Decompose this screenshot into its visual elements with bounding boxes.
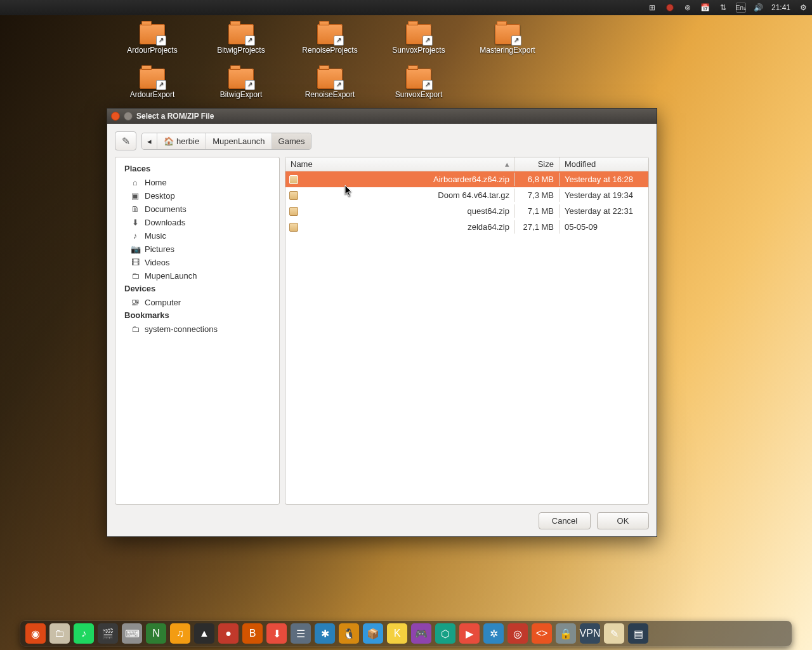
sidebar-item[interactable]: 🗀MupenLaunch (119, 269, 275, 282)
pencil-icon: ✎ (122, 135, 130, 147)
column-name[interactable]: Name ▴ (285, 157, 515, 171)
dock-app[interactable]: 🎬 (98, 623, 118, 644)
file-size: 7,3 MB (515, 189, 560, 202)
desktop-folder[interactable]: SunvoxExport (374, 69, 463, 113)
ok-button[interactable]: OK (597, 512, 649, 529)
archive-icon (289, 191, 298, 200)
sidebar-item[interactable]: ⌂Home (119, 176, 275, 189)
cancel-button[interactable]: Cancel (539, 512, 591, 529)
sidebar-item[interactable]: 🎞Videos (119, 256, 275, 269)
dock-app[interactable]: ♪ (74, 623, 94, 644)
sidebar-item[interactable]: 🗎Documents (119, 202, 275, 216)
dock-app[interactable]: <> (532, 623, 552, 644)
dock-app[interactable]: ✱ (315, 623, 335, 644)
minimize-icon[interactable] (124, 112, 133, 121)
desktop-folder[interactable]: BitwigExport (197, 69, 285, 113)
bookmarks-header: Bookmarks (119, 309, 275, 322)
breadcrumb-mupenlaunch[interactable]: MupenLaunch (206, 133, 272, 149)
titlebar[interactable]: Select a ROM/ZIP File (107, 109, 657, 124)
sort-asc-icon: ▴ (505, 159, 509, 169)
home-icon: 🏠 (164, 136, 174, 146)
dock-app[interactable]: ▤ (628, 623, 648, 644)
place-icon: 🗎 (131, 204, 140, 214)
close-icon[interactable] (111, 112, 120, 121)
sidebar-item[interactable]: 🖳Computer (119, 296, 275, 309)
file-row[interactable]: Airboarder64.z64.zip6,8 MBYesterday at 1… (285, 171, 648, 187)
dock-app[interactable]: ✲ (483, 623, 504, 644)
wifi-icon[interactable]: ⊚ (683, 3, 693, 13)
file-size: 27,1 MB (515, 220, 560, 234)
dock-app[interactable]: ☰ (291, 623, 311, 644)
dock-app[interactable]: K (387, 623, 407, 644)
column-modified[interactable]: Modified (560, 157, 648, 171)
dock-app[interactable]: 🗀 (49, 623, 70, 644)
dock-app[interactable]: ◎ (508, 623, 528, 644)
dock-app[interactable]: ● (218, 623, 239, 644)
dock-app[interactable]: N (146, 623, 166, 644)
desktop-folder-label: BitwigProjects (217, 46, 265, 55)
file-name: Airboarder64.z64.zip (433, 175, 509, 184)
sidebar-item[interactable]: ♪Music (119, 229, 275, 242)
sidebar-item-label: Pictures (145, 244, 174, 254)
gear-icon[interactable]: ⚙ (798, 3, 808, 13)
sidebar-item-label: Desktop (145, 191, 175, 201)
folder-icon (406, 24, 431, 44)
desktop-folder[interactable]: BitwigProjects (197, 24, 285, 69)
calendar-icon[interactable]: 📅 (700, 3, 710, 13)
dock-app[interactable]: ⬇ (266, 623, 287, 644)
clock[interactable]: 21:41 (771, 3, 790, 12)
file-size: 7,1 MB (515, 204, 560, 218)
desktop-folder[interactable]: RenoiseProjects (285, 24, 374, 69)
edit-path-button[interactable]: ✎ (115, 131, 136, 150)
folder-icon (317, 24, 343, 44)
sidebar-item[interactable]: ⬇Downloads (119, 216, 275, 229)
dock-app[interactable]: B (242, 623, 263, 644)
file-row[interactable]: quest64.zip7,1 MBYesterday at 22:31 (285, 203, 648, 219)
sidebar-item[interactable]: 🗀system-connections (119, 322, 275, 336)
desktop-icons: ArdourProjectsBitwigProjectsRenoiseProje… (108, 24, 552, 113)
desktop-folder[interactable]: ArdourExport (108, 69, 197, 113)
language-indicator[interactable]: En₁ (736, 3, 746, 13)
column-headers: Name ▴ Size Modified (285, 157, 648, 171)
breadcrumb-herbie[interactable]: 🏠 herbie (157, 133, 206, 149)
sidebar-item-label: Documents (145, 204, 187, 214)
dock-app[interactable]: 🔒 (556, 623, 576, 644)
file-row[interactable]: Doom 64.v64.tar.gz7,3 MBYesterday at 19:… (285, 187, 648, 203)
devices-header: Devices (119, 282, 275, 296)
desktop-folder[interactable]: ArdourProjects (108, 24, 197, 69)
archive-icon (289, 223, 298, 232)
network-icon[interactable]: ⇅ (718, 3, 728, 13)
desktop-folder-label: SunvoxProjects (392, 46, 445, 55)
dock-app[interactable]: 🎮 (411, 623, 431, 644)
file-modified: Yesterday at 22:31 (560, 204, 648, 218)
sidebar-item-label: Videos (145, 258, 170, 267)
desktop-folder[interactable]: SunvoxProjects (374, 24, 463, 69)
dock-app[interactable]: ▲ (194, 623, 214, 644)
breadcrumb-back[interactable]: ◂ (142, 133, 157, 149)
window-title: Select a ROM/ZIP File (136, 112, 214, 121)
desktop-folder[interactable]: RenoiseExport (285, 69, 374, 113)
file-list: Name ▴ Size Modified Airboarder64.z64.zi… (285, 157, 649, 505)
dock-app[interactable]: ◉ (25, 623, 46, 644)
file-name: zelda64.zip (468, 222, 509, 232)
windows-icon[interactable]: ⊞ (647, 3, 657, 13)
file-row[interactable]: zelda64.zip27,1 MB05-05-09 (285, 219, 648, 235)
sidebar-item[interactable]: ▣Desktop (119, 189, 275, 202)
column-size[interactable]: Size (515, 157, 560, 171)
dock-app[interactable]: 🐧 (339, 623, 359, 644)
breadcrumb-games[interactable]: Games (272, 133, 311, 149)
desktop-folder[interactable]: MasteringExport (463, 24, 552, 69)
place-icon: ♪ (131, 231, 140, 241)
record-icon[interactable] (665, 3, 675, 13)
volume-icon[interactable]: 🔊 (754, 3, 764, 13)
dock-app[interactable]: ♫ (170, 623, 190, 644)
top-panel: ⊞ ⊚ 📅 ⇅ En₁ 🔊 21:41 ⚙ (0, 0, 812, 15)
dock-app[interactable]: 📦 (363, 623, 383, 644)
dock-app[interactable]: ⬡ (435, 623, 455, 644)
sidebar-item[interactable]: 📷Pictures (119, 242, 275, 256)
dock-app[interactable]: ⌨ (122, 623, 142, 644)
dock-app[interactable]: ▶ (459, 623, 480, 644)
dock-app[interactable]: VPN (580, 623, 600, 644)
dock-app[interactable]: ✎ (604, 623, 624, 644)
desktop-folder-label: MasteringExport (480, 46, 535, 55)
